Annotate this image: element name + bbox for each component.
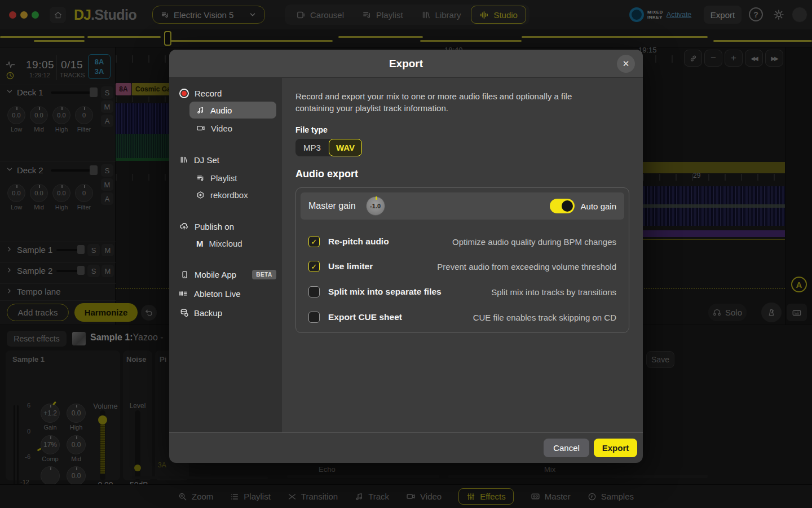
sidebar-item-ableton[interactable]: Ableton Live — [178, 285, 241, 302]
master-gain-label: Master gain — [308, 201, 356, 211]
option-row-limiter: ✓ Use limiter Prevent audio from exceedi… — [296, 254, 629, 279]
file-type-mp3[interactable]: MP3 — [295, 139, 329, 156]
audio-note-icon — [196, 106, 205, 115]
limiter-checkbox[interactable]: ✓ — [308, 261, 320, 272]
file-type-wav[interactable]: WAV — [329, 139, 362, 156]
option-row-split: ✓ Split mix into separate files Split mi… — [296, 279, 629, 304]
beta-badge: BETA — [252, 270, 276, 279]
backup-database-icon — [179, 308, 188, 317]
sidebar-item-video[interactable]: Video — [196, 120, 232, 137]
sidebar-item-backup[interactable]: Backup — [179, 304, 222, 321]
sidebar-item-publish[interactable]: Publish on — [179, 218, 234, 235]
video-icon — [196, 124, 205, 133]
cue-checkbox[interactable]: ✓ — [308, 312, 320, 323]
repitch-checkbox[interactable]: ✓ — [308, 236, 320, 247]
sidebar-item-djset[interactable]: DJ Set — [179, 151, 219, 168]
modal-close-button[interactable]: ✕ — [617, 55, 635, 73]
master-gain-row: Master gain -1.0 Auto gain — [301, 192, 624, 220]
auto-gain-label: Auto gain — [581, 202, 616, 211]
app-root: DJ.Studio Electric Vision 5 Carousel Pla… — [0, 0, 812, 508]
modal-title: Export — [389, 58, 423, 70]
sidebar-item-rekordbox[interactable]: rekordbox — [196, 186, 248, 203]
cloud-upload-icon — [179, 222, 189, 231]
sidebar-item-mobile-app[interactable]: Mobile App BETA — [180, 266, 276, 283]
rekordbox-icon — [196, 191, 205, 199]
option-row-cue: ✓ Export CUE sheet CUE file enables trac… — [296, 305, 629, 330]
modal-header: Export ✕ — [169, 50, 643, 78]
sidebar-item-mixcloud[interactable]: M Mixcloud — [196, 235, 242, 252]
split-checkbox[interactable]: ✓ — [308, 286, 320, 297]
playlist-icon — [196, 174, 205, 182]
option-row-repitch: ✓ Re-pitch audio Optimize audio quality … — [296, 229, 629, 254]
export-description: Record and export your mix to one or mor… — [295, 90, 611, 115]
cancel-button[interactable]: Cancel — [544, 439, 589, 457]
audio-export-heading: Audio export — [295, 168, 358, 180]
ableton-icon — [178, 288, 188, 299]
auto-gain-toggle[interactable] — [550, 199, 575, 213]
sidebar-item-audio[interactable]: Audio — [196, 102, 232, 119]
modal-footer: Cancel Export — [169, 432, 643, 463]
audio-export-options-box: Master gain -1.0 Auto gain ✓ Re-pitch au… — [295, 187, 629, 333]
modal-sidebar: Record Audio Video DJ Set Playlist — [169, 78, 282, 432]
export-button[interactable]: Export — [594, 439, 637, 457]
file-type-label: File type — [295, 125, 328, 134]
file-type-segmented: MP3 WAV — [295, 139, 362, 156]
master-gain-knob[interactable]: -1.0 — [366, 196, 385, 216]
mixcloud-m-icon: M — [196, 239, 204, 248]
djset-bars-icon — [179, 155, 188, 164]
phone-icon — [180, 270, 189, 279]
record-icon — [179, 89, 189, 98]
sidebar-item-record[interactable]: Record — [179, 85, 222, 102]
sidebar-item-playlist[interactable]: Playlist — [196, 169, 237, 186]
modal-content: Record and export your mix to one or mor… — [282, 78, 643, 432]
export-modal: Export ✕ Record Audio Video — [169, 50, 643, 463]
